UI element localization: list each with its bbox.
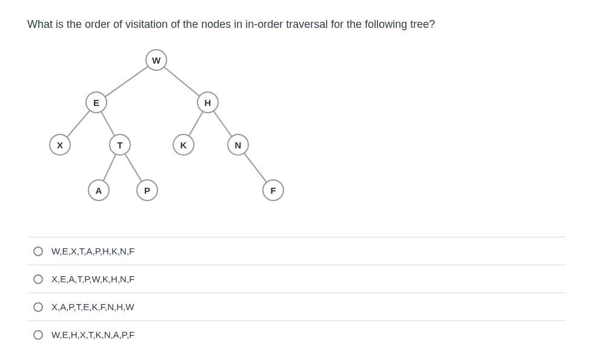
option-1[interactable]: X,E,A,T,P,W,K,H,N,F bbox=[27, 265, 566, 293]
options-list: W,E,X,T,A,P,H,K,N,F X,E,A,T,P,W,K,H,N,F … bbox=[27, 237, 566, 348]
tree-node-k: K bbox=[173, 134, 194, 156]
question-text: What is the order of visitation of the n… bbox=[27, 18, 566, 31]
tree-node-e: E bbox=[85, 91, 107, 113]
option-label: W,E,X,T,A,P,H,K,N,F bbox=[51, 246, 134, 256]
tree-node-x: X bbox=[49, 134, 71, 156]
option-3[interactable]: W,E,H,X,T,K,N,A,P,F bbox=[27, 321, 566, 348]
tree-node-a: A bbox=[88, 179, 110, 201]
option-label: X,E,A,T,P,W,K,H,N,F bbox=[51, 274, 134, 284]
tree-diagram: WEHXTKNAPF bbox=[27, 49, 306, 219]
option-label: W,E,H,X,T,K,N,A,P,F bbox=[51, 329, 134, 340]
radio-icon bbox=[33, 247, 43, 256]
tree-node-h: H bbox=[197, 91, 219, 113]
radio-icon bbox=[33, 274, 43, 284]
option-2[interactable]: X,A,P,T,E,K,F,N,H,W bbox=[27, 293, 566, 321]
radio-icon bbox=[33, 330, 43, 340]
tree-node-n: N bbox=[227, 134, 249, 156]
option-label: X,A,P,T,E,K,F,N,H,W bbox=[51, 302, 134, 312]
tree-node-t: T bbox=[109, 134, 131, 156]
tree-node-p: P bbox=[136, 179, 158, 201]
tree-node-f: F bbox=[262, 179, 284, 201]
radio-icon bbox=[33, 302, 43, 312]
tree-node-w: W bbox=[145, 49, 167, 71]
option-0[interactable]: W,E,X,T,A,P,H,K,N,F bbox=[27, 237, 566, 265]
